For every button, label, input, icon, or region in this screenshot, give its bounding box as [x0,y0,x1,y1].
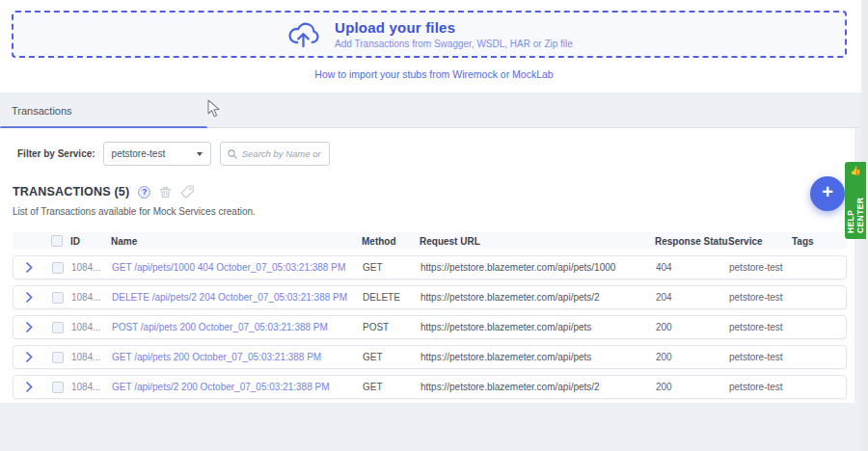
row-expand-chevron[interactable] [14,292,44,303]
row-response-status: 200 [656,352,729,362]
col-response-status[interactable]: Response Status [655,236,728,247]
col-tags[interactable]: Tags [792,236,847,247]
row-service: petstore-test [729,292,793,303]
mouse-cursor [207,99,221,119]
row-expand-chevron[interactable] [14,262,44,273]
row-response-status: 200 [656,382,729,392]
upload-title: Upload your files [335,19,573,36]
table-body: 1084... GET /api/pets/1000 404 October_0… [13,255,847,399]
row-response-status: 200 [656,322,729,332]
row-request-url: https://petstore.blazemeter.com/api/pets… [420,292,656,303]
row-checkbox-cell [44,322,71,333]
row-service: petstore-test [729,322,793,332]
tab-transactions-label: Transactions [12,105,72,117]
delete-icon[interactable] [159,185,172,199]
row-expand-chevron[interactable] [14,352,44,362]
col-service[interactable]: Service [728,236,792,247]
row-request-url: https://petstore.blazemeter.com/api/pets… [420,262,656,273]
tab-transactions[interactable]: Transactions [0,93,207,128]
select-all-checkbox-cell [43,235,70,247]
tab-bar: Transactions [0,93,868,128]
search-box [220,142,330,166]
row-id: 1084... [71,322,112,332]
upload-subtitle: Add Transactions from Swagger, WSDL, HAR… [335,39,573,49]
thumbs-up-icon: 👍 [850,166,860,176]
row-id: 1084... [71,382,112,392]
row-response-status: 204 [656,292,729,303]
row-name-link[interactable]: GET /api/pets/1000 404 October_07_05:03:… [112,262,363,273]
row-name-link[interactable]: GET /api/pets/2 200 October_07_05:03:21:… [112,382,363,392]
help-center-tab[interactable]: 👍 HELP CENTER [845,162,866,239]
row-id: 1084... [71,292,112,303]
col-name[interactable]: Name [111,236,362,247]
row-service: petstore-test [729,352,793,362]
add-transaction-button[interactable]: + [810,176,845,211]
list-description: List of Transactions available for Mock … [13,206,256,217]
row-checkbox[interactable] [52,382,64,393]
row-method: GET [363,382,420,392]
tag-icon[interactable] [180,185,195,199]
col-method[interactable]: Method [362,236,420,247]
row-request-url: https://petstore.blazemeter.com/api/pets [420,322,656,332]
row-expand-chevron[interactable] [14,322,44,332]
row-checkbox[interactable] [52,322,64,333]
row-checkbox[interactable] [52,262,64,274]
transactions-table: ID Name Method Request URL Response Stat… [13,232,847,399]
service-dropdown-value: petstore-test [112,148,166,159]
filter-by-service-label: Filter by Service: [17,148,95,159]
upload-section: Upload your files Add Transactions from … [0,0,868,93]
list-heading-row: TRANSACTIONS (5) ? [13,185,195,199]
table-row: 1084... GET /api/pets/1000 404 October_0… [13,255,847,279]
search-input[interactable] [242,148,322,159]
table-row: 1084... POST /api/pets 200 October_07_05… [13,315,847,339]
table-row: 1084... GET /api/pets 200 October_07_05:… [13,345,847,369]
row-checkbox-cell [44,352,71,363]
table-header-row: ID Name Method Request URL Response Stat… [13,232,847,250]
transactions-count-heading: TRANSACTIONS (5) [13,185,129,199]
row-id: 1084... [71,352,112,362]
search-icon [228,148,237,160]
table-row: 1084... DELETE /api/pets/2 204 October_0… [13,285,847,309]
row-response-status: 404 [656,262,729,273]
row-method: GET [363,352,420,362]
row-name-link[interactable]: GET /api/pets 200 October_07_05:03:21:38… [112,352,363,362]
dropzone-texts: Upload your files Add Transactions from … [335,19,573,49]
row-expand-chevron[interactable] [14,382,44,392]
select-all-checkbox[interactable] [51,235,63,247]
row-name-link[interactable]: POST /api/pets 200 October_07_05:03:21:3… [112,322,363,332]
row-checkbox-cell [44,262,71,274]
table-row: 1084... GET /api/pets/2 200 October_07_0… [13,375,847,399]
col-id[interactable]: ID [70,236,111,247]
row-method: POST [363,322,420,332]
row-request-url: https://petstore.blazemeter.com/api/pets [420,352,656,362]
row-checkbox[interactable] [52,292,64,304]
row-service: petstore-test [729,262,793,273]
row-method: GET [363,262,420,273]
row-checkbox-cell [44,292,71,304]
chevron-down-icon [197,152,203,156]
transactions-panel: Filter by Service: petstore-test TRANSAC… [0,128,854,403]
service-dropdown[interactable]: petstore-test [103,142,211,166]
row-checkbox[interactable] [52,352,64,363]
filter-row: Filter by Service: petstore-test [17,142,330,166]
row-request-url: https://petstore.blazemeter.com/api/pets… [420,382,656,392]
upload-cloud-icon [285,20,321,49]
help-center-label: HELP CENTER [846,179,865,233]
help-icon[interactable]: ? [138,186,150,199]
import-stubs-link[interactable]: How to import your stubs from Wiremock o… [0,68,868,80]
row-method: DELETE [363,292,420,303]
file-dropzone[interactable]: Upload your files Add Transactions from … [12,11,847,58]
row-name-link[interactable]: DELETE /api/pets/2 204 October_07_05:03:… [112,292,363,303]
row-id: 1084... [71,262,112,273]
row-service: petstore-test [729,382,793,392]
row-checkbox-cell [44,382,71,393]
col-request-url[interactable]: Request URL [420,236,655,247]
